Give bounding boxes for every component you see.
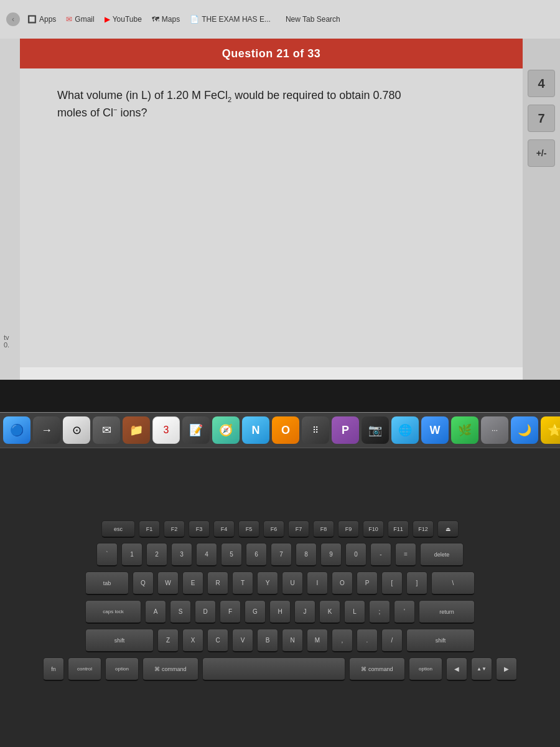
dock-item-calendar[interactable]: 3 xyxy=(152,416,180,444)
back-button[interactable]: ‹ xyxy=(6,12,20,26)
dock-item-compass[interactable]: 🧭 xyxy=(212,416,240,444)
key-3[interactable]: 3 xyxy=(171,543,192,566)
key-5[interactable]: 5 xyxy=(221,543,242,566)
dock-item-star[interactable]: ⭐ xyxy=(541,416,560,444)
key-slash[interactable]: / xyxy=(381,629,403,652)
key-period[interactable]: . xyxy=(357,629,378,652)
key-f10[interactable]: F10 xyxy=(363,520,384,538)
key-s[interactable]: S xyxy=(170,600,191,624)
key-equals[interactable]: = xyxy=(395,543,416,566)
key-f7[interactable]: F7 xyxy=(288,520,309,538)
dock-item-leaf[interactable]: 🌿 xyxy=(451,416,478,444)
key-f6[interactable]: F6 xyxy=(263,520,284,538)
dock-item-mail[interactable]: ✉ xyxy=(93,416,120,444)
key-left[interactable]: ◀ xyxy=(446,657,467,681)
answer-btn-7[interactable]: 7 xyxy=(528,105,555,132)
key-lbracket[interactable]: [ xyxy=(381,571,403,595)
key-v[interactable]: V xyxy=(232,629,253,652)
key-9[interactable]: 9 xyxy=(320,543,342,566)
key-option-right[interactable]: option xyxy=(409,657,442,681)
key-o[interactable]: O xyxy=(332,571,353,595)
key-h[interactable]: H xyxy=(269,600,291,624)
key-delete[interactable]: delete xyxy=(420,543,464,566)
key-q[interactable]: Q xyxy=(133,571,154,595)
key-quote[interactable]: ' xyxy=(394,600,415,624)
key-minus[interactable]: - xyxy=(370,543,391,566)
key-shift-right[interactable]: shift xyxy=(406,629,475,652)
key-fn[interactable]: fn xyxy=(43,657,64,681)
key-1[interactable]: 1 xyxy=(121,543,142,566)
key-f2[interactable]: F2 xyxy=(164,520,185,538)
bookmark-exam[interactable]: 📄 THE EXAM HAS E... xyxy=(190,15,271,24)
key-b[interactable]: B xyxy=(257,629,278,652)
key-2[interactable]: 2 xyxy=(146,543,167,566)
dock-item-arrow[interactable]: → xyxy=(33,416,60,444)
dock-item-chrome[interactable]: ⊙ xyxy=(63,416,90,444)
dock-item-o[interactable]: O xyxy=(272,416,299,444)
key-f[interactable]: F xyxy=(220,600,241,624)
key-tab[interactable]: tab xyxy=(85,571,129,595)
dock-item-moon[interactable]: 🌙 xyxy=(511,416,538,444)
key-0[interactable]: 0 xyxy=(345,543,366,566)
key-caps[interactable]: caps lock xyxy=(85,600,141,624)
dock-item-p[interactable]: P xyxy=(332,416,359,444)
dock-item-grid[interactable]: ⠿ xyxy=(302,416,329,444)
key-updown[interactable]: ▲▼ xyxy=(471,657,492,681)
key-y[interactable]: Y xyxy=(257,571,278,595)
key-f1[interactable]: F1 xyxy=(139,520,160,538)
key-n[interactable]: N xyxy=(282,629,303,652)
dock-item-word[interactable]: W xyxy=(421,416,449,444)
key-7[interactable]: 7 xyxy=(271,543,292,566)
bookmark-apps[interactable]: 🔲 Apps xyxy=(27,15,56,24)
dock-item-globe[interactable]: 🌐 xyxy=(391,416,419,444)
key-f8[interactable]: F8 xyxy=(313,520,334,538)
dock-item-folder[interactable]: 📁 xyxy=(123,416,150,444)
key-comma[interactable]: , xyxy=(332,629,353,652)
key-space[interactable] xyxy=(202,657,345,681)
key-right[interactable]: ▶ xyxy=(496,657,517,681)
key-w[interactable]: W xyxy=(157,571,179,595)
dock-item-n[interactable]: N xyxy=(242,416,269,444)
key-f3[interactable]: F3 xyxy=(189,520,210,538)
key-z[interactable]: Z xyxy=(157,629,179,652)
key-4[interactable]: 4 xyxy=(196,543,217,566)
key-f12[interactable]: F12 xyxy=(413,520,434,538)
answer-btn-4[interactable]: 4 xyxy=(528,70,555,97)
key-g[interactable]: G xyxy=(245,600,266,624)
dock-item-notes[interactable]: 📝 xyxy=(182,416,210,444)
key-x[interactable]: X xyxy=(182,629,203,652)
key-option-left[interactable]: option xyxy=(105,657,139,681)
key-command-left[interactable]: ⌘ command xyxy=(142,657,198,681)
key-f4[interactable]: F4 xyxy=(213,520,235,538)
new-tab-search[interactable]: New Tab Search xyxy=(286,15,340,24)
key-return[interactable]: return xyxy=(419,600,475,624)
key-6[interactable]: 6 xyxy=(246,543,267,566)
dock-item-video[interactable]: 📷 xyxy=(362,416,389,444)
key-r[interactable]: R xyxy=(207,571,228,595)
answer-btn-plus-minus[interactable]: +/- xyxy=(528,139,555,167)
key-f9[interactable]: F9 xyxy=(338,520,359,538)
key-a[interactable]: A xyxy=(145,600,166,624)
key-p[interactable]: P xyxy=(357,571,378,595)
key-rbracket[interactable]: ] xyxy=(406,571,427,595)
key-e[interactable]: E xyxy=(182,571,203,595)
key-eject[interactable]: ⏏ xyxy=(437,520,459,538)
key-8[interactable]: 8 xyxy=(296,543,317,566)
key-esc[interactable]: esc xyxy=(101,520,135,538)
key-t[interactable]: T xyxy=(232,571,253,595)
key-backtick[interactable]: ` xyxy=(96,543,118,566)
key-u[interactable]: U xyxy=(282,571,303,595)
key-f5[interactable]: F5 xyxy=(238,520,259,538)
dock-item-dots[interactable]: ··· xyxy=(481,416,508,444)
key-semicolon[interactable]: ; xyxy=(369,600,390,624)
bookmark-gmail[interactable]: ✉ Gmail xyxy=(66,15,94,24)
dock-item-finder[interactable]: 🔵 xyxy=(3,416,30,444)
key-backslash[interactable]: \ xyxy=(431,571,475,595)
key-shift-left[interactable]: shift xyxy=(85,629,154,652)
key-f11[interactable]: F11 xyxy=(388,520,409,538)
key-c[interactable]: C xyxy=(207,629,228,652)
key-l[interactable]: L xyxy=(344,600,365,624)
key-k[interactable]: K xyxy=(319,600,340,624)
key-control[interactable]: control xyxy=(68,657,101,681)
bookmark-maps[interactable]: 🗺 Maps xyxy=(152,15,180,24)
